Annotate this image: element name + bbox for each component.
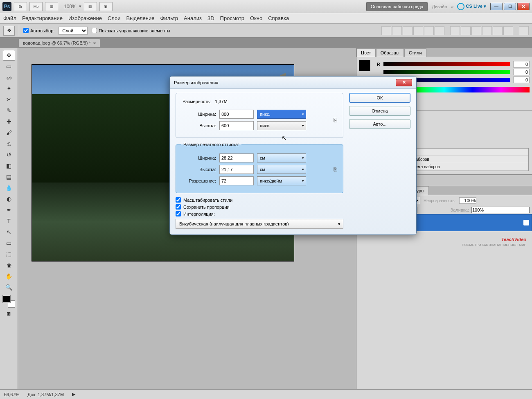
print-height-input[interactable] — [219, 165, 254, 174]
history-brush-tool[interactable]: ↺ — [3, 149, 15, 160]
marquee-tool[interactable]: ▭ — [3, 61, 15, 72]
constrain-link-icon[interactable]: ⎘ — [332, 151, 338, 188]
zoom-level[interactable]: 100% — [64, 4, 77, 9]
dialog-close-button[interactable]: ✕ — [396, 79, 412, 86]
pen-tool[interactable]: ✒ — [3, 205, 15, 215]
quickmask-tool[interactable]: ◙ — [3, 308, 15, 319]
dodge-tool[interactable]: ◐ — [3, 194, 15, 204]
auto-button[interactable]: Авто... — [349, 119, 410, 129]
move-tool-icon[interactable]: ✥ — [3, 26, 15, 36]
fill-input[interactable] — [471, 207, 530, 213]
arrange-button[interactable]: ▦ — [84, 2, 97, 11]
shape-tool[interactable]: ▭ — [3, 238, 15, 248]
distribute-btn[interactable] — [450, 26, 460, 35]
cancel-button[interactable]: Отмена — [349, 106, 410, 116]
design-workspace-button[interactable]: Дизайн — [432, 4, 447, 9]
align-btn[interactable] — [381, 26, 391, 35]
distribute-btn[interactable] — [493, 26, 503, 35]
workspace-button[interactable]: Основная рабочая среда — [366, 2, 428, 11]
dialog-titlebar[interactable]: Размер изображения ✕ — [170, 77, 416, 89]
screenmode-button[interactable]: ▣ — [99, 2, 113, 11]
menu-3d[interactable]: 3D — [207, 15, 214, 21]
distribute-btn[interactable] — [503, 26, 513, 35]
view-extras-button[interactable]: ▦ — [45, 2, 58, 11]
3d-tool[interactable]: ⬚ — [3, 249, 15, 259]
height-unit-select[interactable]: пикс. — [257, 121, 306, 130]
menu-analysis[interactable]: Анализ — [184, 15, 202, 21]
wand-tool[interactable]: ✦ — [3, 83, 15, 94]
distribute-btn[interactable] — [471, 26, 481, 35]
menu-view[interactable]: Просмотр — [220, 15, 244, 21]
width-unit-select[interactable]: пикс. — [257, 110, 306, 119]
maximize-button[interactable]: ☐ — [504, 3, 516, 10]
g-input[interactable] — [513, 69, 530, 75]
g-slider[interactable] — [383, 70, 510, 74]
zoom-tool[interactable]: 🔍 — [3, 282, 15, 293]
menu-file[interactable]: Файл — [3, 15, 16, 21]
path-tool[interactable]: ↖ — [3, 227, 15, 237]
hand-tool[interactable]: ✋ — [3, 271, 15, 282]
print-height-unit-select[interactable]: см — [257, 165, 306, 174]
menu-edit[interactable]: Редактирование — [22, 15, 63, 21]
b-input[interactable] — [513, 77, 530, 83]
chevron-down-icon[interactable]: ▾ — [79, 4, 81, 9]
r-slider[interactable] — [383, 62, 510, 66]
tab-color[interactable]: Цвет — [356, 48, 376, 57]
menu-help[interactable]: Справка — [268, 15, 289, 21]
menu-filter[interactable]: Фильтр — [160, 15, 178, 21]
align-btn[interactable] — [392, 26, 402, 35]
gradient-tool[interactable]: ▤ — [3, 171, 15, 182]
autoselect-target[interactable]: Слой — [59, 27, 88, 35]
tab-styles[interactable]: Стили — [404, 48, 426, 57]
foreground-color[interactable] — [3, 295, 10, 303]
autoselect-checkbox[interactable]: Автовыбор: — [23, 28, 54, 33]
print-width-input[interactable] — [219, 153, 254, 162]
scale-styles-checkbox[interactable] — [176, 197, 181, 203]
align-btn[interactable] — [435, 26, 444, 35]
height-input[interactable] — [219, 121, 254, 130]
constrain-checkbox[interactable] — [176, 204, 181, 210]
interpolation-select[interactable]: Бикубическая (наилучшая для плавных град… — [176, 219, 343, 229]
resolution-input[interactable] — [219, 176, 254, 185]
eraser-tool[interactable]: ◧ — [3, 160, 15, 171]
tab-swatches[interactable]: Образцы — [376, 48, 404, 57]
lasso-tool[interactable]: ᔕ — [3, 72, 15, 83]
align-btn[interactable] — [413, 26, 423, 35]
align-btn[interactable] — [424, 26, 434, 35]
type-tool[interactable]: T — [3, 216, 15, 226]
more-workspaces-icon[interactable]: » — [451, 4, 453, 9]
menu-image[interactable]: Изображение — [68, 15, 102, 21]
constrain-link-icon[interactable]: ⎘ — [332, 107, 338, 133]
opacity-input[interactable] — [459, 197, 476, 204]
3d-camera-tool[interactable]: ◉ — [3, 260, 15, 271]
ok-button[interactable]: ОК — [349, 93, 410, 103]
menu-layer[interactable]: Слои — [108, 15, 121, 21]
close-tab-icon[interactable]: × — [93, 41, 96, 45]
show-controls-checkbox[interactable]: Показать управляющие элементы — [92, 28, 170, 33]
status-zoom[interactable]: 66,67% — [4, 392, 19, 397]
distribute-btn[interactable] — [482, 26, 492, 35]
menu-window[interactable]: Окно — [250, 15, 262, 21]
brush-tool[interactable]: 🖌 — [3, 127, 15, 138]
crop-tool[interactable]: ✂ — [3, 94, 15, 105]
minibridge-button[interactable]: Mb — [29, 2, 43, 11]
menu-select[interactable]: Выделение — [126, 15, 155, 21]
color-swatches[interactable] — [3, 295, 15, 308]
stamp-tool[interactable]: ⎌ — [3, 138, 15, 149]
resolution-unit-select[interactable]: пикс/дюйм — [257, 176, 306, 185]
auto-align-btn[interactable] — [519, 26, 529, 35]
eyedropper-tool[interactable]: ✎ — [3, 105, 15, 116]
minimize-button[interactable]: — — [490, 3, 503, 10]
blur-tool[interactable]: 💧 — [3, 183, 15, 193]
resample-checkbox[interactable] — [176, 211, 181, 216]
color-foreground-swatch[interactable] — [359, 60, 370, 71]
cslive-button[interactable]: CS Live ▾ — [457, 3, 486, 10]
close-button[interactable]: ✕ — [517, 3, 530, 10]
move-tool[interactable]: ✥ — [3, 50, 15, 61]
r-input[interactable] — [513, 61, 530, 68]
distribute-btn[interactable] — [461, 26, 471, 35]
status-doc[interactable]: Док: 1,37M/1,37M — [27, 392, 64, 397]
healing-tool[interactable]: ✚ — [3, 116, 15, 127]
print-width-unit-select[interactable]: см — [257, 153, 306, 162]
status-arrow-icon[interactable]: ▶ — [72, 392, 75, 397]
